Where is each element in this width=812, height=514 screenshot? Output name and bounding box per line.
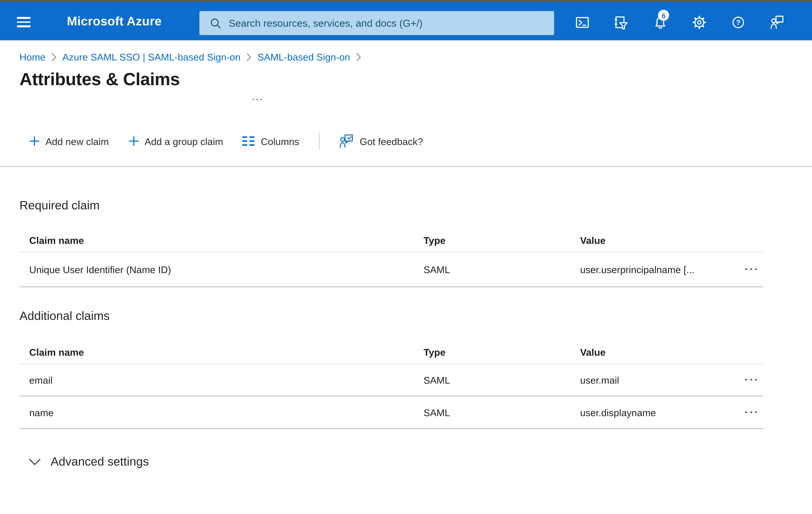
columns-label: Columns — [261, 136, 299, 146]
azure-portal-window: Microsoft Azure — [0, 0, 812, 514]
add-group-claim-button[interactable]: Add a group claim — [128, 136, 223, 146]
claim-name-cell: email — [29, 374, 424, 385]
cloud-shell-button[interactable] — [574, 14, 590, 30]
plus-icon — [29, 136, 40, 146]
chevron-down-icon — [29, 458, 41, 465]
table-row[interactable]: Unique User Identifier (Name ID) SAML us… — [20, 252, 763, 288]
column-header-type: Type — [424, 235, 580, 246]
add-new-claim-label: Add new claim — [46, 136, 109, 146]
claim-value-cell: user.displayname — [580, 407, 735, 418]
required-claim-heading: Required claim — [20, 198, 100, 213]
additional-claims-heading: Additional claims — [20, 309, 110, 323]
toolbar-divider — [319, 133, 319, 149]
required-claim-table: Claim name Type Value Unique User Identi… — [20, 229, 763, 288]
claim-value-cell: user.mail — [580, 374, 735, 385]
got-feedback-label: Got feedback? — [360, 136, 423, 146]
command-bar: Add new claim Add a group claim Columns — [20, 131, 423, 151]
row-more-options-button[interactable] — [743, 375, 763, 385]
breadcrumb-chevron-icon — [246, 52, 252, 61]
topbar: Microsoft Azure — [0, 2, 812, 40]
breadcrumb-chevron-icon — [51, 52, 57, 61]
window-top-strip — [0, 0, 812, 2]
hamburger-menu-button[interactable] — [17, 17, 31, 27]
breadcrumb-link-home[interactable]: Home — [20, 51, 46, 62]
search-box — [199, 11, 554, 35]
claim-type-cell: SAML — [424, 407, 580, 418]
table-row[interactable]: email SAML user.mail — [20, 364, 763, 397]
notifications-button[interactable]: 6 — [652, 14, 668, 30]
additional-claims-table: Claim name Type Value email SAML user.ma… — [20, 341, 763, 429]
column-header-value: Value — [580, 347, 735, 358]
column-header-claim-name: Claim name — [29, 347, 424, 358]
search-icon — [210, 17, 222, 29]
table-header-row: Claim name Type Value — [20, 341, 763, 364]
settings-button[interactable] — [691, 14, 707, 30]
page-title: Attributes & Claims — [20, 70, 180, 90]
directory-filter-button[interactable] — [613, 14, 629, 30]
title-context-menu-button[interactable] — [251, 97, 264, 102]
got-feedback-button[interactable]: Got feedback? — [339, 134, 423, 148]
command-bar-divider — [0, 166, 812, 167]
row-more-options-button[interactable] — [743, 407, 763, 417]
table-header-row: Claim name Type Value — [20, 229, 763, 252]
column-header-value: Value — [580, 235, 735, 246]
directory-filter-icon — [613, 15, 629, 30]
claim-name-cell: Unique User Identifier (Name ID) — [29, 264, 424, 275]
advanced-settings-toggle[interactable]: Advanced settings — [29, 455, 149, 469]
topbar-icon-group: 6 — [574, 14, 785, 30]
svg-text:?: ? — [736, 18, 740, 26]
claim-name-cell: name — [29, 407, 424, 418]
breadcrumb-link-app-signon[interactable]: Azure SAML SSO | SAML-based Sign-on — [62, 51, 240, 62]
attributes-claims-pane: Home Azure SAML SSO | SAML-based Sign-on… — [0, 40, 812, 514]
plus-icon — [128, 136, 139, 146]
row-more-options-button[interactable] — [743, 264, 763, 274]
feedback-bubble-icon — [339, 134, 354, 148]
notification-badge: 6 — [658, 10, 669, 21]
claim-value-cell: user.userprincipalname [... — [580, 264, 735, 275]
claim-type-cell: SAML — [424, 264, 580, 275]
breadcrumb-chevron-icon — [356, 52, 361, 61]
table-row[interactable]: name SAML user.displayname — [20, 397, 763, 429]
brand-title[interactable]: Microsoft Azure — [67, 14, 162, 29]
breadcrumb: Home Azure SAML SSO | SAML-based Sign-on… — [20, 51, 367, 62]
advanced-settings-label: Advanced settings — [51, 455, 149, 469]
breadcrumb-link-saml-signon[interactable]: SAML-based Sign-on — [257, 51, 350, 62]
columns-icon — [243, 136, 255, 146]
search-input[interactable] — [227, 17, 548, 30]
gear-icon — [692, 15, 706, 30]
feedback-person-icon — [770, 15, 784, 30]
claim-type-cell: SAML — [424, 374, 580, 385]
column-header-type: Type — [424, 347, 580, 358]
feedback-button[interactable] — [769, 14, 785, 30]
columns-button[interactable]: Columns — [243, 136, 299, 146]
column-header-claim-name: Claim name — [29, 235, 424, 246]
help-icon: ? — [730, 15, 746, 30]
add-group-claim-label: Add a group claim — [145, 136, 223, 146]
add-new-claim-button[interactable]: Add new claim — [29, 136, 109, 146]
help-button[interactable]: ? — [730, 14, 746, 30]
terminal-icon — [575, 15, 589, 30]
